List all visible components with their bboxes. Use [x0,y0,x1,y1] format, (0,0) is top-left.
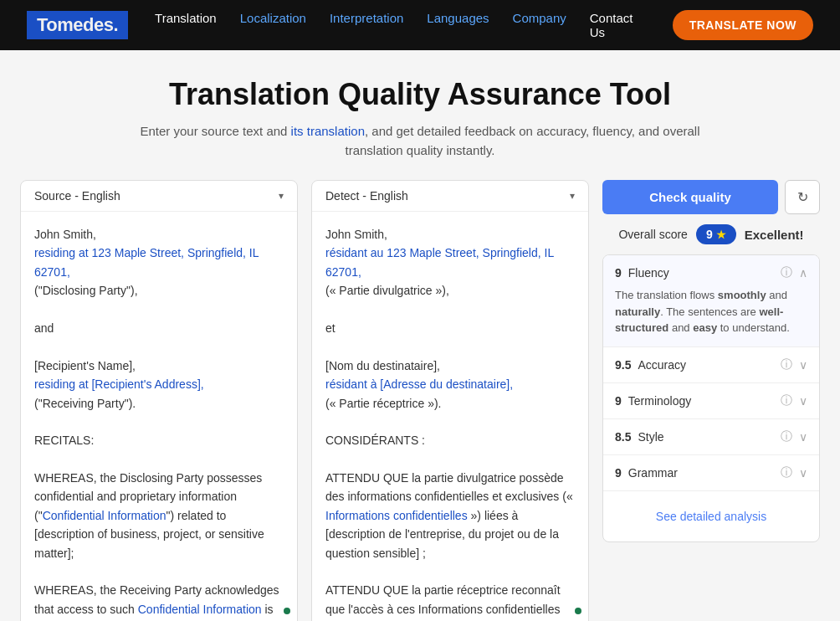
grammar-label: Grammar [628,466,678,480]
nav-link-interpretation[interactable]: Interpretation [330,11,403,39]
metric-accuracy-header: 9.5 Accuracy ⓘ ∨ [615,357,807,372]
source-recipient-address: residing at [Recipient's Address], [34,377,204,391]
nav-link-contact[interactable]: Contact Us [590,11,646,39]
accuracy-info-icon[interactable]: ⓘ [781,357,792,372]
nav-link-languages[interactable]: Languages [427,11,489,39]
source-text-content: John Smith, residing at 123 Maple Street… [34,225,284,621]
terminology-label: Terminology [628,394,691,408]
hero-description: Enter your source text and its translati… [127,122,713,160]
metric-accuracy: 9.5 Accuracy ⓘ ∨ [603,347,819,383]
style-label: Style [638,430,663,444]
fluency-score: 9 [615,266,622,280]
refresh-button[interactable]: ↻ [785,180,820,214]
check-quality-button[interactable]: Check quality [602,180,778,214]
fluency-info-icon[interactable]: ⓘ [781,265,792,280]
score-badge: 9 ★ [696,224,736,244]
metric-terminology: 9 Terminology ⓘ ∨ [603,383,819,419]
terminology-chevron-icon[interactable]: ∨ [799,394,807,408]
nav-links: Translation Localization Interpretation … [155,11,646,39]
score-value: 9 [706,228,713,241]
logo: Tomedes. [27,11,128,39]
quality-panel: Check quality ↻ Overall score 9 ★ Excell… [602,180,820,621]
grammar-info-icon[interactable]: ⓘ [781,465,792,480]
check-quality-row: Check quality ↻ [602,180,820,214]
style-chevron-icon[interactable]: ∨ [799,430,807,444]
see-detailed-analysis-button[interactable]: See detailed analysis [615,501,807,531]
style-icons: ⓘ ∨ [781,429,807,444]
see-analysis-container: See detailed analysis [603,491,819,541]
metric-style-left: 8.5 Style [615,430,664,444]
grammar-icons: ⓘ ∨ [781,465,807,480]
accuracy-score: 9.5 [615,358,631,372]
overall-score-label: Overall score [618,228,687,241]
metric-fluency: 9 Fluency ⓘ ∧ The translation flows smoo… [603,255,819,347]
source-address: residing at 123 Maple Street, Springfiel… [34,246,259,278]
metric-terminology-left: 9 Terminology [615,394,691,408]
metric-style: 8.5 Style ⓘ ∨ [603,419,819,455]
terminology-icons: ⓘ ∨ [781,393,807,408]
accuracy-chevron-icon[interactable]: ∨ [799,358,807,372]
refresh-icon: ↻ [797,189,808,205]
translate-now-button[interactable]: TRANSLATE NOW [673,10,813,40]
fluency-label: Fluency [628,266,669,280]
scroll-indicator [284,608,290,614]
fluency-icons: ⓘ ∧ [781,265,807,280]
fluency-description: The translation flows smoothly and natur… [615,287,807,336]
target-panel: Detect - English French Spanish ▾ John S… [311,180,589,621]
grammar-score: 9 [615,466,622,480]
nav-link-localization[interactable]: Localization [240,11,306,39]
metric-fluency-left: 9 Fluency [615,266,669,280]
metric-grammar: 9 Grammar ⓘ ∨ [603,455,819,491]
metric-fluency-header: 9 Fluency ⓘ ∧ [615,265,807,280]
metric-style-header: 8.5 Style ⓘ ∨ [615,429,807,444]
source-conf-info-2: Confidential Information [138,603,262,616]
accuracy-label: Accuracy [638,358,686,372]
target-language-select[interactable]: Detect - English French Spanish [325,189,575,203]
target-text-area[interactable]: John Smith, résidant au 123 Maple Street… [312,212,588,621]
target-address: résidant au 123 Maple Street, Springfiel… [325,246,554,278]
page-title: Translation Quality Assurance Tool [17,77,823,112]
target-scroll-indicator [575,608,581,614]
metrics-container: 9 Fluency ⓘ ∧ The translation flows smoo… [602,254,820,542]
metric-accuracy-left: 9.5 Accuracy [615,358,686,372]
source-panel-header: Source - English Source - French Source … [21,181,297,212]
source-confidential: Confidential Information [43,509,166,522]
target-language-dropdown-wrapper[interactable]: Detect - English French Spanish ▾ [325,189,575,203]
source-panel: Source - English Source - French Source … [20,180,298,621]
nav-link-company[interactable]: Company [513,11,566,39]
style-info-icon[interactable]: ⓘ [781,429,792,444]
fluency-chevron-icon[interactable]: ∧ [799,266,807,280]
target-recipient-address: résidant à [Adresse du destinataire], [325,377,513,391]
metric-grammar-left: 9 Grammar [615,466,678,480]
nav-link-translation[interactable]: Translation [155,11,217,39]
source-language-dropdown-wrapper[interactable]: Source - English Source - French Source … [34,189,284,203]
grammar-chevron-icon[interactable]: ∨ [799,466,807,480]
excellent-label: Excellent! [745,228,804,242]
style-score: 8.5 [615,430,631,444]
main-content: Source - English Source - French Source … [0,180,840,621]
hero-section: Translation Quality Assurance Tool Enter… [0,50,840,180]
terminology-score: 9 [615,394,622,408]
accuracy-icons: ⓘ ∨ [781,357,807,372]
source-text-area[interactable]: John Smith, residing at 123 Maple Street… [21,212,297,621]
navbar: Tomedes. Translation Localization Interp… [0,0,840,50]
metric-terminology-header: 9 Terminology ⓘ ∨ [615,393,807,408]
source-language-select[interactable]: Source - English Source - French Source … [34,189,284,203]
target-text-content: John Smith, résidant au 123 Maple Street… [325,225,575,621]
metric-grammar-header: 9 Grammar ⓘ ∨ [615,465,807,480]
terminology-info-icon[interactable]: ⓘ [781,393,792,408]
overall-score-row: Overall score 9 ★ Excellent! [602,224,820,244]
star-icon: ★ [716,228,726,241]
target-panel-header: Detect - English French Spanish ▾ [312,181,588,212]
target-confidential: Informations confidentielles [325,509,468,522]
